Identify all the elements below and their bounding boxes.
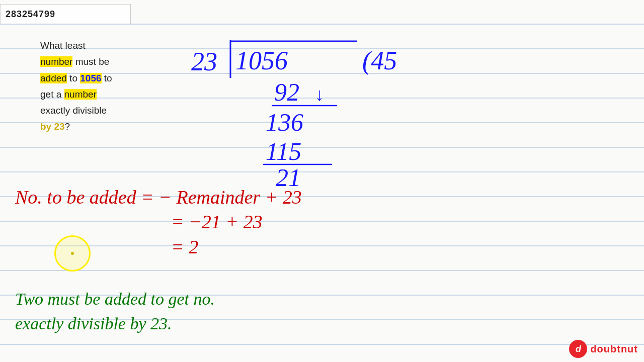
step2-text: 136 <box>266 108 303 136</box>
question-exactly-divisible: exactly divisible <box>40 105 107 116</box>
video-id-bar: 283254799 <box>0 4 131 24</box>
remainder-text: 21 <box>276 163 301 186</box>
formula-no-to-be: No. to be added = − Remainder + 23 <box>15 187 302 208</box>
question-added-highlight: added <box>40 73 67 83</box>
divisor-text: 23 <box>191 47 217 76</box>
dividend-text: 1056 <box>235 46 288 75</box>
conclusion-area: Two must be added to get no. exactly div… <box>15 287 215 336</box>
video-id-text: 283254799 <box>6 9 55 20</box>
step3-text: 115 <box>266 137 301 165</box>
doubtnut-icon-text: d <box>576 344 581 354</box>
down-arrow: ↓ <box>315 84 324 105</box>
question-to2: to <box>102 73 112 83</box>
division-svg: 23 1056 (45 92 ↓ 136 115 21 <box>191 30 453 186</box>
cursor-indicator <box>54 235 91 272</box>
question-get-a: get a <box>40 89 64 100</box>
conclusion-line2: exactly divisible by 23. <box>15 311 215 336</box>
doubtnut-brand-name: doubtnut <box>590 343 638 355</box>
cursor-dot <box>71 252 74 255</box>
doubtnut-logo: d doubtnut <box>569 340 638 358</box>
formula-line2: = −21 + 23 <box>15 210 302 234</box>
question-qmark: ? <box>65 121 70 132</box>
formula-eq3: = 2 <box>171 236 198 257</box>
conclusion-line1: Two must be added to get no. <box>15 287 215 311</box>
quotient-text: (45 <box>362 46 397 75</box>
question-area: What least number must be added to 1056 … <box>40 38 161 135</box>
doubtnut-icon: d <box>569 340 587 358</box>
question-line1: What least <box>40 40 86 51</box>
question-number2-highlight: number <box>64 89 97 100</box>
question-by23: by 23 <box>40 121 65 132</box>
formula-line1: No. to be added = − Remainder + 23 <box>15 185 302 210</box>
formula-eq2: = −21 + 23 <box>171 211 262 232</box>
question-line2b: must be <box>72 56 109 67</box>
question-to-text: to <box>67 73 80 83</box>
question-number-highlight: number <box>40 56 72 67</box>
question-1056-highlight: 1056 <box>80 73 101 83</box>
division-work-area: 23 1056 (45 92 ↓ 136 115 21 <box>191 30 453 186</box>
step1-text: 92 <box>274 78 299 106</box>
